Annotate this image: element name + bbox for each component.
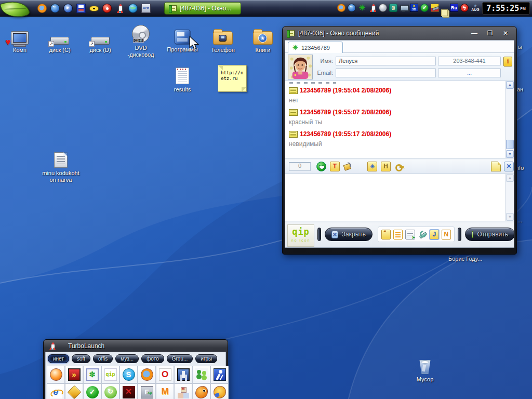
sticky-note[interactable]: http://n etz.ru xyxy=(218,65,247,92)
tray-power-icon[interactable]: (|) xyxy=(389,4,397,12)
send-button[interactable]: Отправить xyxy=(465,228,514,241)
launcher-cell[interactable]: ↻ xyxy=(101,383,119,399)
desktop-icon-trash[interactable]: Мусор xyxy=(403,354,447,383)
tray-rocket-icon[interactable] xyxy=(368,4,377,12)
scroll-thumb[interactable] xyxy=(506,140,514,149)
chat-scrollbar[interactable]: ▲ ▼ xyxy=(505,81,514,158)
launcher-cell[interactable] xyxy=(47,366,65,383)
tray-xear3d-icon[interactable]: X 3D xyxy=(410,4,418,12)
scroll-down-button[interactable]: ▼ xyxy=(506,150,514,158)
desktop-icon-minu-kodukoht[interactable]: minu kodukoht on narva xyxy=(39,148,83,183)
desktop-icon-phone[interactable]: Телефон xyxy=(201,25,245,54)
globe-icon[interactable] xyxy=(128,4,138,13)
close-button[interactable]: ✕ xyxy=(501,30,510,37)
wrench-icon[interactable] xyxy=(418,230,427,240)
launcher-cell[interactable]: ✽ xyxy=(83,366,101,383)
message-input-area[interactable]: ▲ ▼ xyxy=(285,174,514,221)
tray-qip-clover-icon[interactable]: ✳ xyxy=(358,4,366,12)
email-more-field[interactable]: ... xyxy=(438,69,501,77)
taskbar-clock[interactable]: 7:55:25 PM xyxy=(482,2,530,15)
clear-x-icon[interactable]: ✕ xyxy=(504,162,514,171)
language-indicator[interactable]: Ru xyxy=(450,4,458,12)
tab-igry[interactable]: игры xyxy=(195,354,217,363)
user-info-icon[interactable] xyxy=(503,57,512,66)
floppy-icon[interactable] xyxy=(76,4,86,13)
chat-history[interactable]: 123456789 (19:55:04 2/08/2006) нет 12345… xyxy=(285,81,514,158)
email-field[interactable] xyxy=(336,69,436,77)
notes-icon[interactable]: N xyxy=(442,230,451,240)
snowflake-folder-icon[interactable]: ✳ xyxy=(367,162,377,171)
tab-muz[interactable]: муз... xyxy=(115,354,139,363)
launcher-cell[interactable]: » xyxy=(65,366,83,383)
tab-offis[interactable]: offis xyxy=(93,354,113,363)
scroll-down-button[interactable]: ▼ xyxy=(506,213,514,221)
tray-lightning-icon[interactable]: ϟ xyxy=(460,4,469,12)
chat-tab[interactable]: ✳ 123456789 xyxy=(288,42,343,53)
red-ball-icon[interactable] xyxy=(102,4,112,13)
desktop-icon-computer[interactable]: ♥ Комп xyxy=(0,25,42,54)
notepad-icon[interactable] xyxy=(405,230,415,240)
tray-thunderbird-icon[interactable] xyxy=(348,4,356,12)
tray-silver-ball-icon[interactable] xyxy=(379,4,387,12)
launcher-cell[interactable] xyxy=(174,383,192,399)
launcher-cell[interactable]: e xyxy=(47,383,65,399)
launcher-cell[interactable] xyxy=(192,383,210,399)
opm-icon[interactable]: OPM xyxy=(141,4,151,13)
paint-bucket-icon[interactable] xyxy=(342,162,352,171)
launcher-cell[interactable]: O xyxy=(156,366,174,383)
key-icon[interactable] xyxy=(394,162,404,171)
tray-monitor-icon[interactable] xyxy=(400,4,408,12)
launcher-cell[interactable]: M xyxy=(156,383,174,399)
taskbar-task-button[interactable]: [487-036] - Окно... xyxy=(164,2,241,15)
input-scrollbar[interactable]: ▲ ▼ xyxy=(505,174,514,221)
tab-inet[interactable]: инет xyxy=(48,354,69,363)
desktop-icon-books[interactable]: ★ Книги xyxy=(241,25,285,54)
launcher-cell[interactable]: ✕ xyxy=(119,383,138,399)
layout-icon[interactable] xyxy=(393,230,403,240)
smiley-icon[interactable] xyxy=(316,162,326,171)
tab-soft[interactable]: soft xyxy=(72,354,90,363)
new-page-icon[interactable] xyxy=(491,162,501,171)
font-icon[interactable]: T xyxy=(330,162,340,171)
tray-firefox-icon[interactable] xyxy=(337,4,345,12)
tab-group[interactable]: Grou... xyxy=(167,354,193,363)
eye-icon[interactable] xyxy=(89,6,99,11)
launcher-cell[interactable]: F xyxy=(138,383,156,399)
toolbar-grip[interactable] xyxy=(458,228,461,241)
launcher-cell[interactable] xyxy=(138,366,156,383)
minimize-button[interactable]: — xyxy=(470,30,479,37)
email-more-link[interactable]: ... xyxy=(467,70,472,76)
desktop-icon-dvd[interactable]: CD-R DVD -дисковод xyxy=(119,23,163,58)
launcher-cell[interactable] xyxy=(192,366,210,383)
jabber-icon[interactable]: J xyxy=(430,230,439,240)
toolbar-grip[interactable] xyxy=(317,228,321,241)
tray-sticky-notes-icon[interactable] xyxy=(441,9,448,16)
launcher-cell[interactable] xyxy=(210,366,229,383)
desktop-icon-disk-d[interactable]: ↗ диск (D) xyxy=(78,25,122,54)
desktop-icon-results[interactable]: results xyxy=(161,64,204,93)
thunderbird-icon[interactable] xyxy=(50,4,60,13)
quote-icon[interactable]: ❝ xyxy=(381,230,391,240)
launcher-cell[interactable]: ✓ xyxy=(83,383,101,399)
launcher-cell[interactable] xyxy=(174,366,192,383)
tray-tool-icon[interactable] xyxy=(431,4,439,12)
desktop-icon-disk-c[interactable]: ↗ диск (C) xyxy=(38,25,82,54)
launcher-cell[interactable]: S xyxy=(119,366,138,383)
tab-foto[interactable]: фото xyxy=(141,354,164,363)
tray-antivirus-icon[interactable] xyxy=(420,4,429,12)
scroll-up-button[interactable]: ▲ xyxy=(506,174,514,182)
name-field[interactable]: Ленуся xyxy=(336,57,436,65)
launcher-cell[interactable] xyxy=(210,383,229,399)
history-icon[interactable]: H xyxy=(381,162,391,171)
rocket-icon[interactable] xyxy=(115,4,125,13)
turbolaunch-titlebar[interactable]: TurboLaunch xyxy=(44,340,228,352)
maximize-button[interactable]: ❐ xyxy=(485,30,495,37)
uin-field[interactable]: 203-848-441 xyxy=(438,57,501,65)
launcher-cell[interactable] xyxy=(65,383,83,399)
media-player-icon[interactable] xyxy=(63,4,73,13)
launcher-cell[interactable]: qip xyxy=(101,366,119,383)
close-chat-button[interactable]: ✕ Закрыть xyxy=(325,228,373,241)
firefox-icon[interactable] xyxy=(37,4,47,13)
scroll-up-button[interactable]: ▲ xyxy=(506,81,514,89)
messenger-titlebar[interactable]: [487-036] - Окно сообщений — ❐ ✕ xyxy=(283,26,516,40)
